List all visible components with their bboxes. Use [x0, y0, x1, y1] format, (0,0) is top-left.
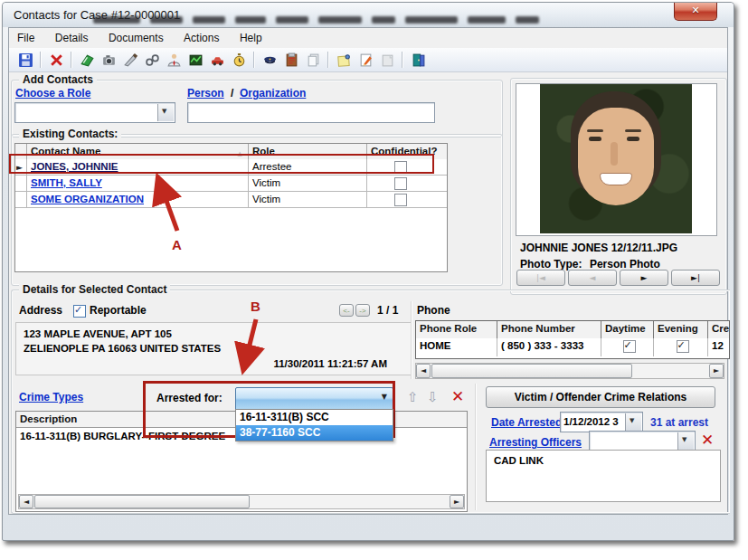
- menu-documents[interactable]: Documents: [100, 28, 172, 44]
- evening-checkbox[interactable]: [677, 340, 689, 353]
- phone-label: Phone: [417, 304, 450, 317]
- existing-contacts-legend: Existing Contacts:: [19, 128, 121, 140]
- scroll-right-icon[interactable]: ►: [450, 495, 464, 508]
- scroll-right-icon[interactable]: ►: [709, 364, 724, 378]
- reportable-checkbox[interactable]: [73, 305, 86, 318]
- edit-icon[interactable]: [355, 51, 375, 69]
- note-disabled-icon: [377, 51, 397, 69]
- exit-door-icon[interactable]: [408, 51, 428, 69]
- photo-first-button[interactable]: |◄: [516, 270, 565, 286]
- address-pager: 1 / 1: [377, 304, 398, 317]
- reportable-label: Reportable: [90, 304, 147, 317]
- dropdown-option-selected[interactable]: 38-77-1160 SCC: [236, 425, 393, 441]
- chevron-down-icon[interactable]: ▼: [382, 393, 387, 401]
- address-next-button[interactable]: ->: [355, 304, 370, 317]
- daytime-checkbox[interactable]: [623, 340, 636, 353]
- delete-officer-icon[interactable]: ✕: [701, 432, 714, 448]
- organization-link[interactable]: Organization: [240, 87, 306, 100]
- row-gutter: [15, 192, 27, 208]
- table-row-contact-name[interactable]: SOME ORGANIZATION: [27, 192, 249, 208]
- delete-icon[interactable]: [46, 51, 66, 69]
- vehicle-icon[interactable]: [207, 51, 227, 69]
- table-row-contact-name[interactable]: JONES, JOHNNIE: [27, 159, 249, 176]
- redacted-blob: [276, 16, 308, 24]
- address-timestamp: 11/30/2011 11:21:57 AM: [273, 358, 387, 369]
- photo-frame: [516, 83, 717, 236]
- address-line2: ZELIENOPLE PA 16063 UNITED STATES: [24, 343, 221, 354]
- dropdown-option[interactable]: 16-11-311(B) SCC: [236, 410, 393, 425]
- delete-crime-icon[interactable]: ✕: [451, 388, 464, 404]
- person-link[interactable]: Person: [187, 87, 224, 100]
- arresting-officers-combobox[interactable]: [589, 431, 696, 451]
- photo-brow: [587, 129, 603, 132]
- column-header-role[interactable]: Role: [249, 144, 367, 159]
- column-header-confidential[interactable]: Confidential?: [367, 144, 447, 159]
- photo-brow: [625, 129, 641, 132]
- column-header-contact-name[interactable]: Contact Name: [27, 144, 249, 159]
- address-prev-button[interactable]: <-: [339, 304, 354, 317]
- close-button[interactable]: ✕: [674, 3, 717, 21]
- menu-actions[interactable]: Actions: [175, 28, 227, 44]
- phone-daytime-cell: [601, 338, 654, 356]
- redacted-blob: [150, 16, 183, 24]
- description-scrollbar[interactable]: ◄ ►: [18, 494, 465, 509]
- menu-help[interactable]: Help: [232, 28, 270, 44]
- copy-documents-icon[interactable]: [303, 51, 323, 69]
- redacted-blob: [193, 16, 225, 24]
- person-org-input[interactable]: [187, 102, 435, 123]
- table-row-contact-name[interactable]: SMITH, SALLY: [27, 176, 249, 192]
- photo-previous-button[interactable]: ◄: [568, 270, 617, 286]
- phone-col-daytime: Daytime: [601, 321, 654, 338]
- arrested-for-combobox[interactable]: ▼: [235, 387, 393, 411]
- photo-last-button[interactable]: ►|: [671, 270, 720, 286]
- sort-ascending-icon: [238, 147, 242, 157]
- scrollbar-thumb[interactable]: [431, 364, 632, 378]
- confidential-checkbox[interactable]: [394, 194, 407, 206]
- table-row-confidential: [367, 192, 447, 208]
- move-up-icon[interactable]: ⇧: [407, 388, 419, 406]
- phone-scrollbar[interactable]: ◄ ►: [415, 363, 724, 379]
- clipboard-icon[interactable]: [281, 51, 301, 69]
- knife-icon[interactable]: [120, 51, 140, 69]
- details-group: Details for Selected Contact Address Rep…: [11, 289, 730, 514]
- cad-link-box[interactable]: CAD LINK: [486, 450, 721, 502]
- arrested-for-dropdown-list: 16-11-311(B) SCC 38-77-1160 SCC: [235, 409, 393, 441]
- scroll-left-icon[interactable]: ◄: [416, 364, 431, 378]
- photo-type-value: Person Photo: [590, 258, 660, 271]
- suspect-icon[interactable]: [164, 51, 184, 69]
- table-row-role: Victim: [249, 192, 367, 208]
- victim-offender-button[interactable]: Victim / Offender Crime Relations: [486, 386, 715, 408]
- sticky-note-icon[interactable]: [334, 51, 354, 69]
- role-select[interactable]: [14, 102, 175, 123]
- watch-icon[interactable]: [229, 51, 249, 69]
- chevron-down-icon[interactable]: [677, 432, 694, 450]
- choose-role-link[interactable]: Choose a Role: [15, 87, 90, 100]
- chart-icon[interactable]: [185, 51, 205, 69]
- scrollbar-thumb[interactable]: [34, 495, 250, 508]
- date-arrested-link[interactable]: Date Arrested: [491, 416, 562, 429]
- redacted-blob: [516, 16, 539, 24]
- camera-icon[interactable]: [99, 51, 118, 69]
- photo-next-button[interactable]: ►: [620, 270, 668, 286]
- phone-created-value: 12: [708, 338, 730, 356]
- chevron-down-icon[interactable]: [157, 104, 174, 121]
- divider: [411, 301, 412, 379]
- date-arrested-picker[interactable]: 1/12/2012 3: [560, 412, 643, 432]
- scroll-left-icon[interactable]: ◄: [19, 495, 33, 508]
- chevron-down-icon[interactable]: [625, 413, 641, 431]
- confidential-checkbox[interactable]: [394, 161, 407, 174]
- menu-details[interactable]: Details: [47, 28, 97, 44]
- confidential-checkbox[interactable]: [394, 177, 407, 190]
- crime-types-link[interactable]: Crime Types: [19, 391, 83, 403]
- photo-type-label: Photo Type:: [520, 258, 582, 271]
- redacted-blob: [405, 16, 458, 24]
- move-down-icon[interactable]: ⇩: [427, 388, 439, 406]
- phone-role-value: HOME: [416, 338, 497, 356]
- menu-file[interactable]: File: [9, 28, 43, 44]
- handcuffs-icon[interactable]: [142, 51, 162, 69]
- arresting-officers-link[interactable]: Arresting Officers: [489, 436, 582, 449]
- address-book-icon[interactable]: [77, 51, 97, 69]
- save-icon[interactable]: [15, 51, 35, 69]
- officer-cap-icon[interactable]: [260, 51, 279, 69]
- annotation-label-a: A: [172, 237, 182, 252]
